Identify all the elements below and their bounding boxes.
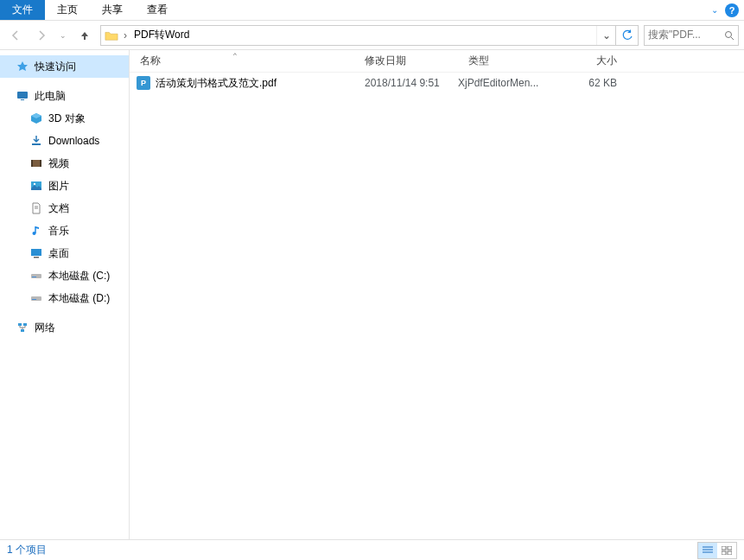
tab-view[interactable]: 查看 [135, 0, 180, 20]
column-label: 名称 [140, 54, 161, 67]
item-count: 1 个项目 [7, 543, 47, 557]
svg-rect-19 [18, 323, 22, 326]
network-icon [16, 321, 29, 334]
folder-icon [105, 29, 118, 42]
star-icon [16, 60, 29, 73]
file-list-pane: 名称 ^ 修改日期 类型 大小 P 活动策划书格式及范文.pdf 2018/11… [130, 50, 744, 539]
view-toggle [697, 542, 737, 559]
download-icon [29, 134, 43, 148]
svg-rect-26 [728, 546, 732, 550]
refresh-button[interactable] [615, 26, 638, 45]
file-name: 活动策划书格式及范文.pdf [156, 76, 277, 91]
svg-point-12 [33, 232, 36, 235]
svg-rect-18 [32, 299, 36, 300]
svg-rect-2 [17, 92, 28, 99]
sidebar-item-downloads[interactable]: Downloads [0, 130, 129, 152]
breadcrumb[interactable]: PDF转Word [129, 26, 194, 45]
help-icon[interactable]: ? [725, 3, 739, 17]
navigation-pane: 快速访问 此电脑 3D 对象 Downloads 视频 图片 文档 [0, 50, 130, 539]
monitor-icon [16, 89, 29, 103]
ribbon-tabs: 文件 主页 共享 查看 ⌄ ? [0, 0, 744, 21]
svg-rect-6 [31, 160, 33, 167]
sidebar-item-videos[interactable]: 视频 [0, 152, 129, 175]
sort-caret-icon: ^ [233, 51, 237, 59]
svg-point-0 [726, 31, 732, 37]
chevron-down-icon[interactable]: ⌄ [711, 5, 718, 15]
svg-rect-3 [21, 99, 24, 100]
svg-rect-28 [728, 551, 732, 555]
svg-rect-21 [21, 329, 24, 332]
file-row[interactable]: P 活动策划书格式及范文.pdf 2018/11/14 9:51 XjPdfEd… [130, 73, 744, 93]
sidebar-item-label: 3D 对象 [48, 111, 86, 126]
svg-rect-7 [40, 160, 41, 167]
file-date: 2018/11/14 9:51 [354, 77, 458, 89]
cube-icon [29, 111, 43, 125]
tab-home[interactable]: 主页 [45, 0, 90, 20]
address-bar[interactable]: › PDF转Word ⌄ [100, 25, 639, 46]
search-input[interactable]: 搜索"PDF... [644, 25, 739, 46]
sidebar-item-label: Downloads [48, 135, 99, 147]
chevron-right-icon: › [122, 29, 129, 41]
sidebar-item-label: 此电脑 [35, 89, 66, 104]
status-bar: 1 个项目 [0, 539, 744, 560]
document-icon [29, 201, 43, 215]
sidebar-item-label: 音乐 [48, 224, 69, 239]
sidebar-item-label: 图片 [48, 179, 69, 194]
svg-rect-20 [23, 323, 27, 326]
sidebar-item-drive-c[interactable]: 本地磁盘 (C:) [0, 264, 129, 287]
film-icon [29, 156, 43, 170]
svg-rect-13 [31, 249, 41, 256]
sidebar-item-this-pc[interactable]: 此电脑 [0, 85, 129, 107]
sidebar-item-label: 网络 [35, 321, 55, 335]
address-dropdown[interactable]: ⌄ [596, 26, 615, 45]
svg-rect-16 [32, 277, 36, 277]
sidebar-item-label: 本地磁盘 (C:) [48, 269, 110, 283]
sidebar-item-pictures[interactable]: 图片 [0, 175, 129, 197]
svg-rect-27 [722, 551, 726, 555]
file-size: 62 KB [562, 77, 631, 89]
tab-file[interactable]: 文件 [0, 0, 45, 20]
sidebar-item-3d[interactable]: 3D 对象 [0, 107, 129, 130]
picture-icon [29, 179, 43, 193]
column-date[interactable]: 修改日期 [354, 54, 458, 68]
column-type[interactable]: 类型 [458, 54, 562, 68]
drive-icon [29, 269, 43, 283]
sidebar-item-label: 本地磁盘 (D:) [48, 291, 110, 306]
sidebar-item-quick-access[interactable]: 快速访问 [0, 55, 129, 78]
back-button[interactable] [5, 25, 26, 46]
svg-rect-14 [34, 257, 39, 258]
file-type: XjPdfEditorMen... [458, 77, 562, 89]
tab-share[interactable]: 共享 [90, 0, 135, 20]
sidebar-item-drive-d[interactable]: 本地磁盘 (D:) [0, 287, 129, 309]
column-size[interactable]: 大小 [562, 54, 631, 68]
sidebar-item-label: 快速访问 [35, 60, 76, 74]
svg-rect-15 [31, 274, 41, 278]
sidebar-item-music[interactable]: 音乐 [0, 220, 129, 242]
sidebar-item-label: 桌面 [48, 246, 69, 261]
sidebar-item-documents[interactable]: 文档 [0, 197, 129, 220]
column-name[interactable]: 名称 ^ [130, 54, 354, 68]
svg-point-9 [34, 183, 35, 185]
recent-dropdown[interactable]: ⌄ [57, 25, 69, 46]
svg-rect-4 [32, 143, 41, 145]
svg-rect-25 [722, 546, 726, 550]
svg-line-1 [731, 37, 734, 40]
sidebar-item-label: 视频 [48, 156, 69, 171]
sidebar-item-desktop[interactable]: 桌面 [0, 242, 129, 264]
up-button[interactable] [74, 25, 95, 46]
sidebar-item-label: 文档 [48, 201, 69, 216]
column-headers: 名称 ^ 修改日期 类型 大小 [130, 50, 744, 73]
drive-icon [29, 291, 43, 305]
search-icon [724, 30, 734, 41]
sidebar-item-network[interactable]: 网络 [0, 316, 129, 339]
search-placeholder: 搜索"PDF... [648, 28, 701, 42]
desktop-icon [29, 246, 43, 260]
music-icon [29, 224, 43, 238]
pdf-file-icon: P [137, 76, 150, 90]
view-icons-button[interactable] [717, 543, 736, 558]
navbar: ⌄ › PDF转Word ⌄ 搜索"PDF... [0, 21, 744, 50]
forward-button[interactable] [31, 25, 52, 46]
svg-rect-17 [31, 296, 41, 301]
view-details-button[interactable] [698, 543, 717, 558]
